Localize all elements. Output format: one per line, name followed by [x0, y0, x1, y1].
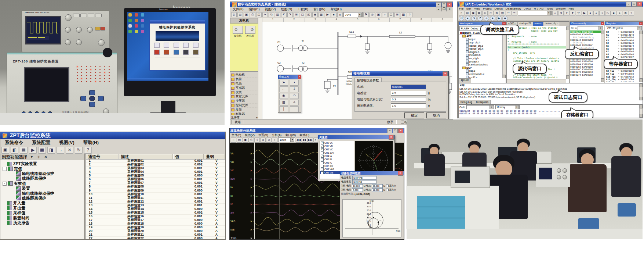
menu-item[interactable]: 窗口(W)	[283, 133, 298, 137]
category-item[interactable]: 故障	[230, 108, 258, 112]
menu-item[interactable]: Tools	[545, 7, 554, 10]
file-node[interactable]: sanduanbaohu.c	[459, 63, 503, 66]
block-icon[interactable]: ▦	[279, 100, 288, 106]
time-cursor[interactable]	[297, 143, 297, 239]
search-view-icon[interactable]: ◧	[11, 147, 18, 154]
menu-item[interactable]: 文件(F)	[230, 7, 246, 12]
column-header[interactable]: 通道号	[86, 154, 119, 159]
scope-button[interactable]	[95, 27, 100, 31]
collapse-icon[interactable]: -	[3, 167, 7, 171]
desktop-icon[interactable]	[141, 19, 144, 22]
horizontal-scrollbar[interactable]	[507, 79, 566, 83]
run-icon[interactable]: ▶	[325, 12, 330, 17]
checkbox-icon[interactable]	[321, 151, 324, 154]
file-node[interactable]: crc32.c	[459, 76, 503, 78]
scrollbar[interactable]	[639, 31, 643, 82]
chevron-down-icon[interactable]: ▾	[515, 105, 519, 109]
register-row[interactable]: R12_fiq= 0x6054E148	[605, 81, 640, 82]
register-row[interactable]: R11_fiq= 0xD0173C8A	[605, 78, 640, 81]
step-out-icon[interactable]: ↱	[477, 16, 483, 21]
file-node[interactable]: protect.h	[459, 60, 503, 63]
scope-knob[interactable]	[76, 39, 82, 45]
find-combo[interactable]: ▾	[518, 11, 552, 15]
close-icon[interactable]: ✕	[43, 155, 48, 159]
register-row[interactable]: R5= 0x00000174	[605, 44, 640, 47]
zone1-resistance-input[interactable]: 10.000	[352, 184, 363, 188]
pin-icon[interactable]: ⊹	[36, 155, 41, 159]
help-icon[interactable]: ?	[407, 12, 412, 17]
close-icon[interactable]: ×	[639, 22, 643, 25]
current-channel-value[interactable]: CH9 IAB	[352, 180, 376, 184]
scope-button[interactable]	[80, 14, 87, 17]
voltage-channel-value[interactable]: CH8 VAB	[352, 176, 376, 180]
pointer-icon[interactable]: ➤	[279, 80, 288, 86]
field-input[interactable]: 1.0	[391, 103, 426, 108]
table-row[interactable]: 21采样通道210.001A	[86, 233, 225, 237]
field-input[interactable]: 4.5	[391, 91, 426, 96]
zoom-combo[interactable]: 70%▾	[343, 12, 363, 17]
table-row[interactable]: 8采样通道080.001V	[86, 185, 225, 189]
register-group-combo[interactable]: CPU Registers▾	[606, 26, 642, 30]
device-icon[interactable]: ▣	[1, 147, 9, 154]
redo-icon[interactable]: ↷	[512, 11, 517, 16]
desktop-icon[interactable]	[135, 24, 138, 28]
menu-item[interactable]: Help	[567, 7, 575, 10]
chevron-down-icon[interactable]: ▾	[358, 13, 362, 17]
next-statement-icon[interactable]: ➜	[484, 16, 489, 21]
cut-icon[interactable]: ✂	[262, 12, 268, 17]
menu-item[interactable]: Window	[554, 7, 567, 10]
file-node[interactable]: device_cfg.h	[459, 47, 503, 50]
tree-item[interactable]: 历史报告	[0, 221, 84, 225]
menu-item[interactable]: 帮助(H)	[79, 140, 103, 146]
key-up[interactable]	[89, 90, 95, 95]
open-icon[interactable]: ▤	[465, 11, 470, 16]
tree-item[interactable]: 开入量	[0, 201, 84, 206]
editor-tab[interactable]: main.c	[533, 22, 543, 26]
mdi-restore-icon[interactable]: ❐	[441, 7, 447, 12]
reset-icon[interactable]: ↺	[459, 16, 464, 21]
maximize-icon[interactable]: □	[441, 2, 447, 7]
menu-item[interactable]: 系统配置	[28, 140, 55, 146]
cut-icon[interactable]: ✂	[488, 11, 494, 16]
zone2-resistance-input[interactable]: 8.000	[352, 188, 363, 192]
stop-build-icon[interactable]: ■	[611, 11, 616, 16]
memory-zone-combo[interactable]: Memory▾	[495, 105, 520, 109]
table-row[interactable]: 10采样通道100.001V	[86, 193, 225, 196]
text-icon[interactable]: A	[290, 100, 299, 106]
flag-icon[interactable]: ⚑	[363, 12, 369, 17]
checkbox-icon[interactable]	[321, 142, 324, 144]
desktop-icon[interactable]	[128, 24, 132, 28]
vector-channel-item[interactable]: CH7 3I0	[320, 164, 354, 168]
open-icon[interactable]: ▤	[237, 12, 243, 17]
scope-knob[interactable]	[65, 39, 71, 45]
checkbox-icon[interactable]	[321, 148, 324, 151]
hline-icon[interactable]: —	[290, 106, 299, 112]
category-item[interactable]: 控制元件	[230, 104, 258, 108]
realtime-icon[interactable]: ▶	[29, 147, 37, 154]
table-row[interactable]: 18采样通道180.000A	[86, 222, 225, 226]
workspace-tab[interactable]: zpt100	[459, 78, 471, 83]
ide-titlebar[interactable]: IAR Embedded Workbench IDE – □ ×	[458, 2, 643, 7]
table-row[interactable]: 1采样通道010.001V	[86, 159, 225, 163]
group-node[interactable]: BSP	[459, 66, 503, 69]
scrollbar[interactable]	[502, 31, 506, 78]
rewind-icon[interactable]: ◀◀	[296, 137, 301, 143]
maximize-icon[interactable]: □	[632, 2, 637, 7]
minimize-icon[interactable]: –	[436, 2, 441, 7]
dropdown-icon[interactable]: ▼	[29, 155, 34, 159]
tree-item[interactable]: 开出量	[0, 206, 84, 211]
desktop-icon[interactable]	[128, 19, 132, 22]
export-icon[interactable]: ⇪	[254, 137, 260, 143]
menu-item[interactable]: 文件(F)	[230, 133, 243, 137]
grid-icon[interactable]: ⊞	[294, 12, 299, 17]
target-icon[interactable]: ◎	[370, 12, 375, 17]
scope-button[interactable]	[73, 14, 80, 17]
checkbox-icon[interactable]	[321, 158, 324, 161]
checkbox-icon[interactable]	[321, 171, 324, 174]
scope-knob[interactable]	[65, 14, 72, 21]
channel-marker-icon[interactable]	[251, 237, 252, 239]
tree-item[interactable]: 线路距离保护	[0, 176, 84, 181]
table-row[interactable]: 3采样通道030.001V	[86, 167, 225, 170]
table-row[interactable]: 2采样通道020.002V	[86, 163, 225, 167]
category-item[interactable]: 负荷	[230, 78, 258, 82]
